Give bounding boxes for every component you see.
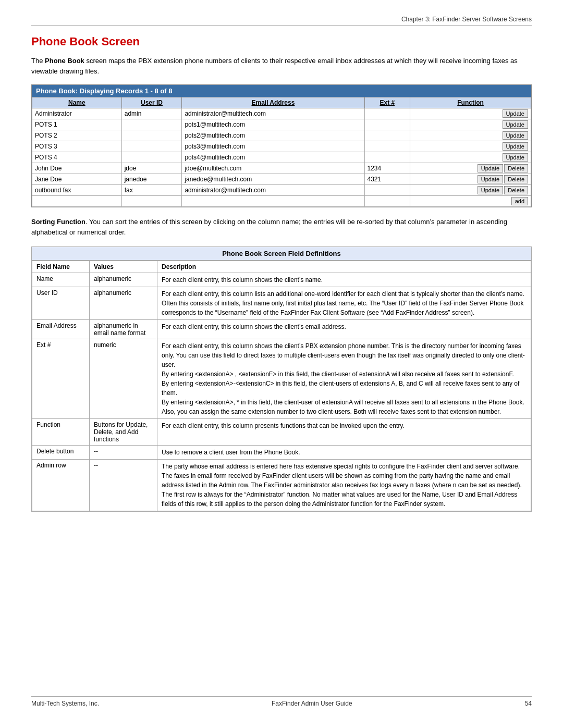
phonebook-cell-ext xyxy=(364,119,410,130)
update-button[interactable]: Update xyxy=(478,186,503,194)
field-defs-title: Phone Book Screen Field Definitions xyxy=(32,247,531,261)
field-defs-cell-field: Delete button xyxy=(32,446,90,460)
phonebook-row: Administratoradminadministrator@multitec… xyxy=(32,108,531,119)
phonebook-add-row: add xyxy=(32,196,531,207)
phonebook-row: Jane Doejanedoejanedoe@multitech.com4321… xyxy=(32,174,531,185)
phonebook-cell-name: John Doe xyxy=(32,163,122,174)
phonebook-container: Phone Book: Displaying Records 1 - 8 of … xyxy=(31,84,532,207)
phonebook-cell-ext xyxy=(364,108,410,119)
col-header-function[interactable]: Function xyxy=(410,97,531,108)
field-defs-row: Email Addressalphanumeric in email name … xyxy=(32,320,531,339)
phonebook-cell-name: POTS 4 xyxy=(32,152,122,163)
field-defs-cell-values: alphanumeric in email name format xyxy=(90,320,157,339)
add-row-empty2 xyxy=(121,196,182,207)
phonebook-cell-email: administrator@multitech.com xyxy=(182,185,364,196)
update-button[interactable]: Update xyxy=(503,109,528,118)
delete-button[interactable]: Delete xyxy=(504,175,528,183)
phonebook-header-row: Phone Book: Displaying Records 1 - 8 of … xyxy=(32,85,531,97)
phonebook-row: POTS 2pots2@multitech.comUpdate xyxy=(32,130,531,141)
phonebook-cell-userid xyxy=(121,130,182,141)
phonebook-cell-ext xyxy=(364,185,410,196)
phonebook-cell-name: POTS 2 xyxy=(32,130,122,141)
field-defs-thead-row: Field Name Values Description xyxy=(32,261,531,273)
field-defs-cell-desc: For each client entry, this column shows… xyxy=(157,273,531,287)
phonebook-cell-userid: janedoe xyxy=(121,174,182,185)
phonebook-cell-userid: jdoe xyxy=(121,163,182,174)
update-button[interactable]: Update xyxy=(503,153,528,162)
phonebook-cell-email: pots3@multitech.com xyxy=(182,141,364,152)
field-defs-row: FunctionButtons for Update, Delete, and … xyxy=(32,419,531,446)
field-defs-cell-desc: Use to remove a client user from the Pho… xyxy=(157,446,531,460)
phonebook-cell-function: UpdateDelete xyxy=(410,185,531,196)
update-button[interactable]: Update xyxy=(503,142,528,151)
field-defs-table: Field Name Values Description Namealphan… xyxy=(32,261,531,511)
phonebook-cell-ext xyxy=(364,130,410,141)
col-header-userid[interactable]: User ID xyxy=(121,97,182,108)
phonebook-cell-function: Update xyxy=(410,141,531,152)
field-defs-cell-field: User ID xyxy=(32,287,90,320)
phonebook-cell-function: Update xyxy=(410,130,531,141)
chapter-header: Chapter 3: FaxFinder Server Software Scr… xyxy=(31,16,532,26)
phonebook-cell-function: Update xyxy=(410,152,531,163)
col-header-ext[interactable]: Ext # xyxy=(364,97,410,108)
phonebook-cell-userid: admin xyxy=(121,108,182,119)
field-defs-cell-desc: For each client entry, this column lists… xyxy=(157,287,531,320)
sorting-text: . You can sort the entries of this scree… xyxy=(31,218,507,236)
field-defs-cell-values: Buttons for Update, Delete, and Add func… xyxy=(90,419,157,446)
chapter-header-text: Chapter 3: FaxFinder Server Software Scr… xyxy=(401,16,532,23)
page-footer: Multi-Tech Systems, Inc. FaxFinder Admin… xyxy=(31,696,532,707)
field-defs-row: NamealphanumericFor each client entry, t… xyxy=(32,273,531,287)
phonebook-cell-ext: 4321 xyxy=(364,174,410,185)
update-button[interactable]: Update xyxy=(503,120,528,129)
field-defs-row: Admin row--The party whose email address… xyxy=(32,460,531,511)
phonebook-cell-ext xyxy=(364,141,410,152)
field-defs-cell-field: Function xyxy=(32,419,90,446)
add-row-empty1 xyxy=(32,196,122,207)
phonebook-cell-name: Administrator xyxy=(32,108,122,119)
field-defs-cell-field: Email Address xyxy=(32,320,90,339)
field-defs-cell-field: Ext # xyxy=(32,339,90,419)
field-defs-col-desc: Description xyxy=(157,261,531,273)
field-defs-row: User IDalphanumericFor each client entry… xyxy=(32,287,531,320)
phonebook-cell-name: Jane Doe xyxy=(32,174,122,185)
phonebook-table: Name User ID Email Address Ext # Functio… xyxy=(32,97,531,207)
phonebook-row: John Doejdoejdoe@multitech.com1234Update… xyxy=(32,163,531,174)
phonebook-cell-name: POTS 3 xyxy=(32,141,122,152)
add-button[interactable]: add xyxy=(511,197,528,205)
phonebook-row: POTS 3pots3@multitech.comUpdate xyxy=(32,141,531,152)
phonebook-cell-function: Update xyxy=(410,119,531,130)
update-button[interactable]: Update xyxy=(478,164,503,172)
phonebook-cell-email: pots4@multitech.com xyxy=(182,152,364,163)
intro-bold: Phone Book xyxy=(45,57,84,65)
delete-button[interactable]: Delete xyxy=(504,164,528,172)
field-defs-col-values: Values xyxy=(90,261,157,273)
field-defs-cell-field: Admin row xyxy=(32,460,90,511)
phonebook-row: POTS 4pots4@multitech.comUpdate xyxy=(32,152,531,163)
field-defs-cell-desc: For each client entry, this column prese… xyxy=(157,419,531,446)
phonebook-cell-userid xyxy=(121,152,182,163)
add-row-empty4 xyxy=(364,196,410,207)
delete-button[interactable]: Delete xyxy=(504,186,528,194)
add-row-empty3 xyxy=(182,196,364,207)
sorting-paragraph: Sorting Function. You can sort the entri… xyxy=(31,217,532,237)
field-defs-cell-field: Name xyxy=(32,273,90,287)
field-defs-row: Delete button--Use to remove a client us… xyxy=(32,446,531,460)
phonebook-cell-userid xyxy=(121,141,182,152)
phonebook-cell-ext xyxy=(364,152,410,163)
field-defs-cell-desc: The party whose email address is entered… xyxy=(157,460,531,511)
field-defs-cell-values: -- xyxy=(90,460,157,511)
update-button[interactable]: Update xyxy=(478,175,503,183)
footer-left: Multi-Tech Systems, Inc. xyxy=(31,700,99,707)
field-defs-cell-values: alphanumeric xyxy=(90,273,157,287)
add-row-btn-cell: add xyxy=(410,196,531,207)
phonebook-cell-name: outbound fax xyxy=(32,185,122,196)
col-header-email[interactable]: Email Address xyxy=(182,97,364,108)
field-defs-cell-values: alphanumeric xyxy=(90,287,157,320)
sorting-bold: Sorting Function xyxy=(31,218,85,226)
col-header-name[interactable]: Name xyxy=(32,97,122,108)
phonebook-cell-email: jdoe@multitech.com xyxy=(182,163,364,174)
phonebook-cell-name: POTS 1 xyxy=(32,119,122,130)
update-button[interactable]: Update xyxy=(503,131,528,140)
field-defs-cell-desc: For each client entry, this column shows… xyxy=(157,320,531,339)
phonebook-cell-email: janedoe@multitech.com xyxy=(182,174,364,185)
